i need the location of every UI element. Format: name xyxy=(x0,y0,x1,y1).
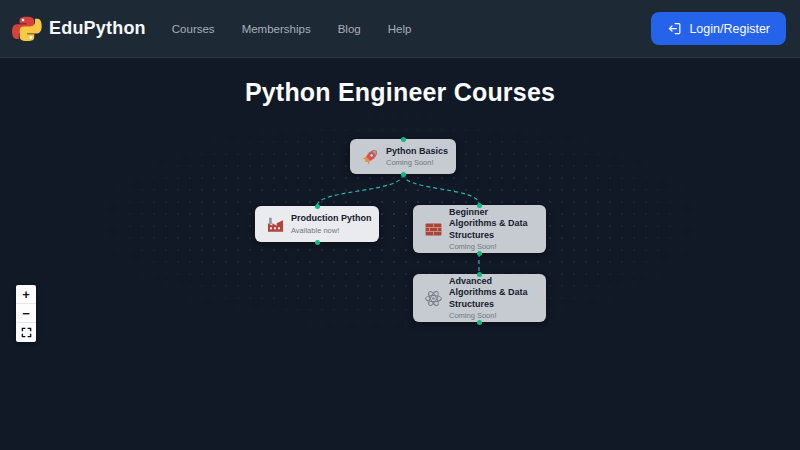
node-subtitle: Coming Soon! xyxy=(449,311,537,320)
zoom-in-button[interactable]: + xyxy=(16,285,36,304)
node-handle-top[interactable] xyxy=(401,137,406,142)
node-handle-top[interactable] xyxy=(477,203,482,208)
node-subtitle: Coming Soon! xyxy=(449,242,537,251)
nav-item-help[interactable]: Help xyxy=(388,23,412,35)
login-button-label: Login/Register xyxy=(689,22,770,36)
brick-icon xyxy=(423,219,443,239)
node-subtitle: Coming Soon! xyxy=(386,158,448,167)
node-title: Beginner Algorithms & Data Structures xyxy=(449,207,537,241)
node-title: Production Python xyxy=(291,213,372,224)
factory-icon xyxy=(265,214,285,234)
node-title: Advanced Algorithms & Data Structures xyxy=(449,276,537,310)
brand-name: EduPython xyxy=(49,18,146,39)
flow-node-advanced-algorithms[interactable]: Advanced Algorithms & Data Structures Co… xyxy=(413,274,546,322)
fit-view-icon xyxy=(21,327,32,338)
flow-node-production-python[interactable]: Production Python Available now! xyxy=(255,206,379,242)
nav-item-courses[interactable]: Courses xyxy=(172,23,215,35)
top-navbar: EduPython Courses Memberships Blog Help … xyxy=(0,0,800,58)
atom-icon xyxy=(423,288,443,308)
node-subtitle: Available now! xyxy=(291,226,372,235)
flow-node-python-basics[interactable]: Python Basics Coming Soon! xyxy=(350,139,456,174)
node-handle-bottom[interactable] xyxy=(477,251,482,256)
page-title: Python Engineer Courses xyxy=(0,78,800,107)
node-handle-bottom[interactable] xyxy=(401,172,406,177)
nav-item-memberships[interactable]: Memberships xyxy=(242,23,311,35)
node-handle-bottom[interactable] xyxy=(315,240,320,245)
node-handle-bottom[interactable] xyxy=(477,320,482,325)
rocket-icon xyxy=(360,147,380,167)
edupython-logo-icon xyxy=(12,14,42,44)
flow-controls-panel: + − xyxy=(16,285,36,342)
brand-logo[interactable]: EduPython xyxy=(12,14,146,44)
login-register-button[interactable]: Login/Register xyxy=(651,12,786,45)
node-handle-top[interactable] xyxy=(477,272,482,277)
node-title: Python Basics xyxy=(386,146,448,157)
flow-node-beginner-algorithms[interactable]: Beginner Algorithms & Data Structures Co… xyxy=(413,205,546,253)
dot-grid-background xyxy=(0,58,800,450)
zoom-out-button[interactable]: − xyxy=(16,304,36,323)
nav-item-blog[interactable]: Blog xyxy=(338,23,361,35)
main-nav: Courses Memberships Blog Help xyxy=(172,23,412,35)
course-flow-canvas[interactable]: Python Engineer Courses Python Basics Co… xyxy=(0,58,800,450)
login-icon xyxy=(667,21,682,36)
node-handle-top[interactable] xyxy=(315,204,320,209)
fit-view-button[interactable] xyxy=(16,323,36,342)
